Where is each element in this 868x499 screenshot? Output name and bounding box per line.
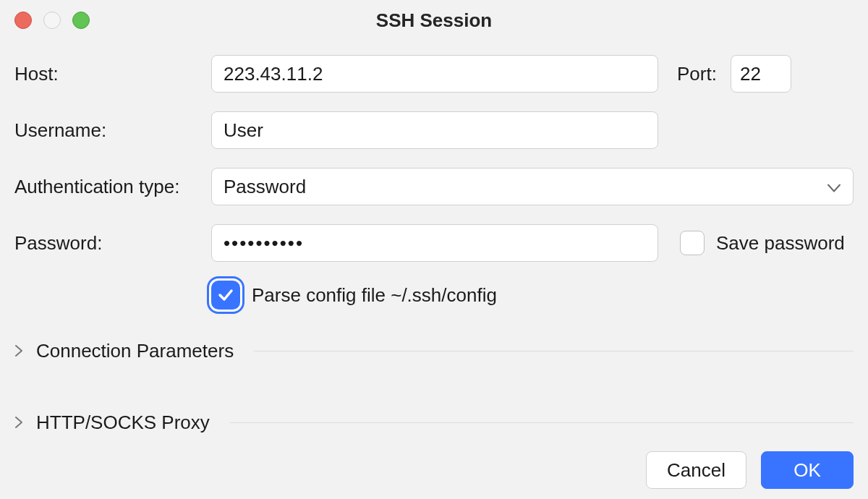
host-label: Host: [14,63,211,85]
save-password-label: Save password [716,232,845,255]
save-password-checkbox[interactable] [680,231,705,255]
connection-parameters-expander[interactable]: Connection Parameters [14,331,854,371]
chevron-right-icon [14,411,23,434]
parse-config-checkbox[interactable] [211,281,240,310]
password-input[interactable] [211,224,658,262]
chevron-right-icon [14,340,23,362]
host-input[interactable] [211,55,658,93]
close-window-button[interactable] [14,12,32,29]
auth-type-value: Password [224,176,306,198]
cancel-button[interactable]: Cancel [646,451,746,489]
http-socks-proxy-expander[interactable]: HTTP/SOCKS Proxy [14,403,854,443]
dialog-footer: Cancel OK [646,451,854,489]
minimize-window-button[interactable] [43,12,61,29]
username-input[interactable] [211,111,658,149]
password-label: Password: [14,232,211,255]
auth-type-select[interactable]: Password [211,168,854,205]
port-label: Port: [677,63,731,85]
http-socks-proxy-label: HTTP/SOCKS Proxy [36,411,210,434]
divider [230,422,854,423]
divider [254,351,854,351]
username-label: Username: [14,119,211,142]
ssh-session-form: Host: Port: Username: Authentication typ… [0,40,868,443]
checkmark-icon [217,286,234,304]
parse-config-label: Parse config file ~/.ssh/config [252,284,497,307]
zoom-window-button[interactable] [72,12,90,29]
ok-button[interactable]: OK [761,451,854,489]
connection-parameters-label: Connection Parameters [36,340,234,362]
auth-type-label: Authentication type: [14,176,211,198]
window-title: SSH Session [0,0,868,40]
port-input[interactable] [731,55,791,93]
window-traffic-lights [14,12,90,29]
